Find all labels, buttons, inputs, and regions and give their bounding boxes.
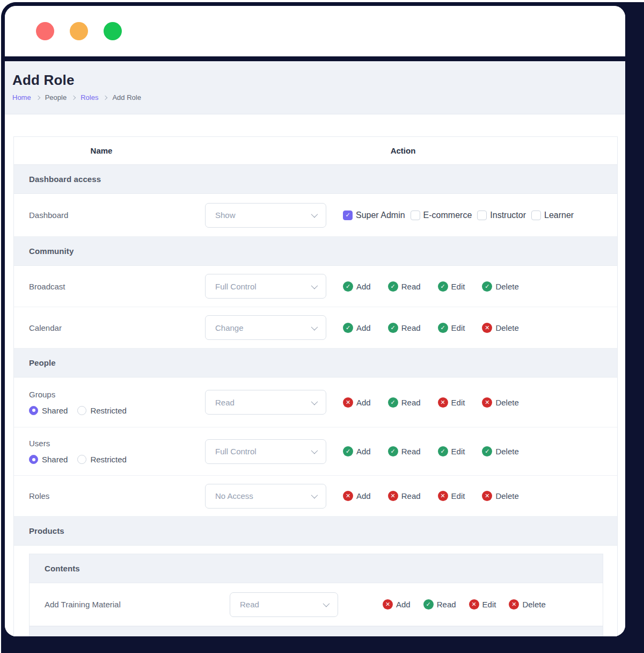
role-checkbox-item[interactable]: Learner: [531, 211, 574, 220]
perm-read[interactable]: Read: [423, 599, 456, 610]
broadcast-access-select[interactable]: Full Control: [205, 274, 326, 299]
check-icon: [482, 281, 492, 292]
shared-radio[interactable]: [29, 406, 38, 415]
perm-label: Delete: [522, 600, 545, 609]
instructor-checkbox[interactable]: [477, 211, 487, 220]
perm-add[interactable]: Add: [343, 323, 371, 333]
check-icon: [343, 281, 353, 292]
perm-read[interactable]: Read: [388, 323, 421, 333]
perm-edit[interactable]: Edit: [438, 446, 465, 456]
perm-edit[interactable]: Edit: [438, 323, 465, 333]
perm-label: Add: [356, 447, 371, 456]
row-label: Add Training Material: [30, 600, 230, 609]
role-checkbox-item[interactable]: E-commerce: [411, 211, 472, 220]
x-icon: [343, 397, 353, 408]
perm-read[interactable]: Read: [388, 397, 421, 408]
perm-label: Add: [356, 491, 371, 500]
select-value: Read: [215, 398, 235, 407]
perm-delete[interactable]: Delete: [482, 323, 518, 333]
minimize-window-icon[interactable]: [70, 22, 88, 40]
radio-label: Shared: [42, 406, 68, 415]
roles-access-select[interactable]: No Access: [205, 484, 326, 509]
learner-checkbox[interactable]: [531, 211, 541, 220]
perm-label: Add: [356, 282, 371, 291]
row-label: Broadcast: [14, 282, 205, 291]
perm-label: Add: [396, 600, 411, 609]
breadcrumb-home[interactable]: Home: [12, 93, 31, 101]
shared-radio-item[interactable]: Shared: [29, 455, 68, 464]
perm-label: Add: [356, 323, 371, 332]
row-groups: Groups Shared Restricted Re: [14, 378, 617, 427]
perm-delete[interactable]: Delete: [509, 599, 545, 610]
row-broadcast: Broadcast Full Control Add Read Edit Del…: [14, 266, 617, 307]
perm-add[interactable]: Add: [343, 446, 371, 456]
column-header-name: Name: [14, 146, 189, 155]
groups-access-select[interactable]: Read: [205, 390, 326, 415]
perm-delete[interactable]: Delete: [482, 281, 518, 292]
perm-label: Edit: [451, 398, 465, 407]
restricted-radio[interactable]: [77, 455, 86, 464]
restricted-radio[interactable]: [77, 406, 86, 415]
perm-label: Read: [437, 600, 456, 609]
perm-add[interactable]: Add: [343, 281, 371, 292]
perm-read[interactable]: Read: [388, 491, 421, 501]
row-roles: Roles No Access Add Read Edit Delete: [14, 476, 617, 517]
perm-edit[interactable]: Edit: [438, 491, 465, 501]
users-access-select[interactable]: Full Control: [205, 439, 326, 464]
role-checkbox-item[interactable]: Instructor: [477, 211, 526, 220]
breadcrumb-people: People: [45, 93, 67, 101]
check-icon: [482, 446, 492, 456]
shared-radio[interactable]: [29, 455, 38, 464]
perm-edit[interactable]: Edit: [469, 599, 496, 610]
perm-label: Add: [356, 398, 371, 407]
row-label: Users: [29, 439, 205, 448]
check-icon: [438, 446, 448, 456]
close-window-icon[interactable]: [36, 22, 54, 40]
restricted-radio-item[interactable]: Restricted: [77, 406, 127, 415]
row-label: Calendar: [14, 323, 205, 332]
perm-delete[interactable]: Delete: [482, 491, 518, 501]
browser-window: Add Role Home People Roles Add Role Name…: [1, 2, 629, 640]
restricted-radio-item[interactable]: Restricted: [77, 455, 127, 464]
section-products: Products: [14, 517, 617, 546]
table-header-row: Name Action: [14, 137, 617, 165]
row-users: Users Shared Restricted Ful: [14, 427, 617, 476]
perm-label: Read: [401, 491, 421, 500]
shared-radio-item[interactable]: Shared: [29, 406, 68, 415]
perm-read[interactable]: Read: [388, 446, 421, 456]
perm-delete[interactable]: Delete: [482, 397, 518, 408]
perm-read[interactable]: Read: [388, 281, 421, 292]
breadcrumb-roles[interactable]: Roles: [80, 93, 98, 101]
permissions-table: Name Action Dashboard access Dashboard S…: [13, 136, 618, 637]
perm-edit[interactable]: Edit: [438, 281, 465, 292]
checkbox-label: Instructor: [490, 211, 526, 220]
section-dashboard-access: Dashboard access: [14, 165, 617, 194]
perm-label: Edit: [451, 323, 465, 332]
role-checkbox-item[interactable]: Super Admin: [343, 211, 405, 220]
x-icon: [438, 397, 448, 408]
perm-label: Read: [401, 282, 421, 291]
x-icon: [469, 599, 479, 610]
super-admin-checkbox[interactable]: [343, 211, 353, 220]
perm-delete[interactable]: Delete: [482, 446, 518, 456]
perm-add[interactable]: Add: [343, 397, 371, 408]
training-material-access-select[interactable]: Read: [230, 592, 338, 617]
chevron-down-icon: [311, 282, 318, 289]
calendar-access-select[interactable]: Change: [205, 315, 326, 340]
checkbox-label: E-commerce: [423, 211, 472, 220]
perm-label: Edit: [451, 491, 465, 500]
maximize-window-icon[interactable]: [104, 22, 122, 40]
check-icon: [423, 599, 434, 610]
chevron-right-icon: [103, 95, 107, 99]
section-contents: Contents: [30, 554, 603, 583]
perm-add[interactable]: Add: [343, 491, 371, 501]
dashboard-access-select[interactable]: Show: [205, 203, 326, 228]
perm-edit[interactable]: Edit: [438, 397, 465, 408]
perm-add[interactable]: Add: [383, 599, 411, 610]
check-icon: [388, 281, 398, 292]
window-titlebar: [5, 6, 625, 61]
perm-label: Read: [401, 398, 421, 407]
check-icon: [388, 446, 398, 456]
e-commerce-checkbox[interactable]: [411, 211, 420, 220]
radio-label: Shared: [42, 455, 68, 464]
